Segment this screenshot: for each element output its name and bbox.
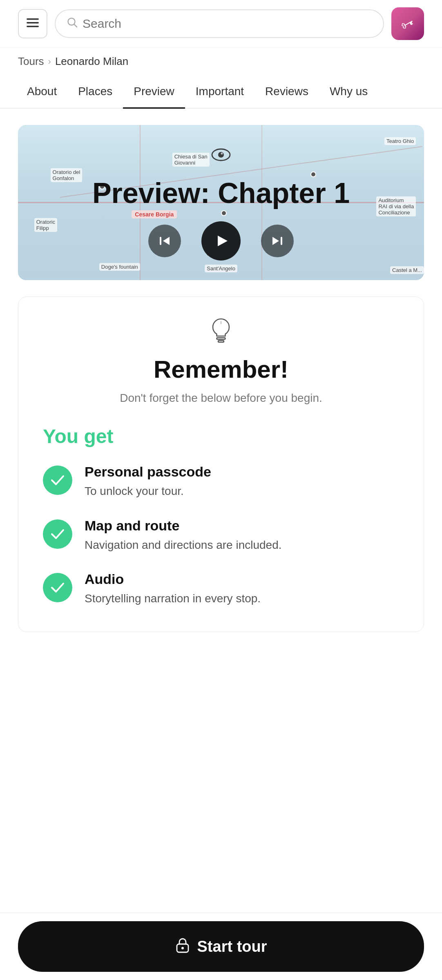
search-icon xyxy=(67,17,78,30)
feature-list: Personal passcode To unlock your tour. M… xyxy=(43,464,399,607)
feature-title-audio: Audio xyxy=(85,571,399,587)
check-icon-map xyxy=(43,519,72,549)
feature-text-passcode: Personal passcode To unlock your tour. xyxy=(85,464,399,500)
feature-desc-passcode: To unlock your tour. xyxy=(85,483,399,500)
tab-why-us[interactable]: Why us xyxy=(319,75,378,108)
start-tour-label: Start tour xyxy=(197,938,267,956)
check-icon-audio xyxy=(43,573,72,602)
svg-rect-11 xyxy=(281,237,282,245)
play-button[interactable] xyxy=(201,221,241,261)
svg-rect-8 xyxy=(160,237,161,245)
lightbulb-icon xyxy=(43,317,399,348)
breadcrumb-root[interactable]: Tours xyxy=(18,55,44,68)
tab-about[interactable]: About xyxy=(16,75,67,108)
eye-icon xyxy=(211,145,231,165)
avatar-button[interactable]: 🗝 xyxy=(391,7,424,40)
tab-places[interactable]: Places xyxy=(67,75,123,108)
preview-section: Oratorio delGonfalon Chiesa di SanGiovan… xyxy=(18,125,424,280)
player-controls xyxy=(148,221,294,261)
svg-rect-2 xyxy=(27,26,39,27)
breadcrumb-current: Leonardo Milan xyxy=(55,55,128,68)
svg-marker-12 xyxy=(272,237,279,245)
breadcrumb: Tours › Leonardo Milan xyxy=(0,48,442,75)
feature-title-passcode: Personal passcode xyxy=(85,464,399,480)
feature-item-audio: Audio Storytelling narration in every st… xyxy=(43,571,399,607)
svg-point-7 xyxy=(221,152,223,154)
feature-item-passcode: Personal passcode To unlock your tour. xyxy=(43,464,399,500)
start-tour-button[interactable]: Start tour xyxy=(18,921,424,972)
feature-title-map: Map and route xyxy=(85,518,399,534)
preview-title: Preview: Chapter 1 xyxy=(92,178,350,209)
svg-rect-13 xyxy=(217,338,225,339)
prev-button[interactable] xyxy=(148,225,181,257)
remember-subtitle: Don't forget the below before you begin. xyxy=(43,392,399,405)
remember-title: Remember! xyxy=(43,355,399,383)
svg-marker-10 xyxy=(218,236,228,246)
you-get-label: You get xyxy=(43,425,399,448)
svg-marker-9 xyxy=(163,237,170,245)
check-icon-passcode xyxy=(43,466,72,495)
svg-line-4 xyxy=(74,24,77,27)
feature-desc-map: Navigation and directions are included. xyxy=(85,537,399,554)
menu-button[interactable] xyxy=(18,9,47,38)
feature-text-audio: Audio Storytelling narration in every st… xyxy=(85,571,399,607)
feature-desc-audio: Storytelling narration in every stop. xyxy=(85,590,399,607)
svg-point-6 xyxy=(218,152,224,158)
svg-rect-0 xyxy=(27,18,39,20)
tab-preview[interactable]: Preview xyxy=(123,75,185,108)
nav-tabs: About Places Preview Important Reviews W… xyxy=(0,75,442,109)
key-icon: 🗝 xyxy=(398,14,417,33)
tab-important[interactable]: Important xyxy=(185,75,254,108)
preview-overlay: Preview: Chapter 1 xyxy=(18,125,424,280)
hamburger-icon xyxy=(27,18,39,30)
feature-text-map: Map and route Navigation and directions … xyxy=(85,518,399,554)
remember-card: Remember! Don't forget the below before … xyxy=(18,296,424,632)
search-input[interactable] xyxy=(83,17,372,31)
feature-item-map: Map and route Navigation and directions … xyxy=(43,518,399,554)
tab-reviews[interactable]: Reviews xyxy=(254,75,319,108)
svg-rect-1 xyxy=(27,22,39,24)
lock-icon xyxy=(175,937,190,956)
header: 🗝 xyxy=(0,0,442,48)
svg-point-17 xyxy=(181,947,184,949)
search-bar xyxy=(55,9,384,38)
breadcrumb-separator: › xyxy=(48,56,51,67)
next-button[interactable] xyxy=(261,225,294,257)
svg-rect-14 xyxy=(218,341,224,342)
bottom-cta: Start tour xyxy=(0,913,442,980)
